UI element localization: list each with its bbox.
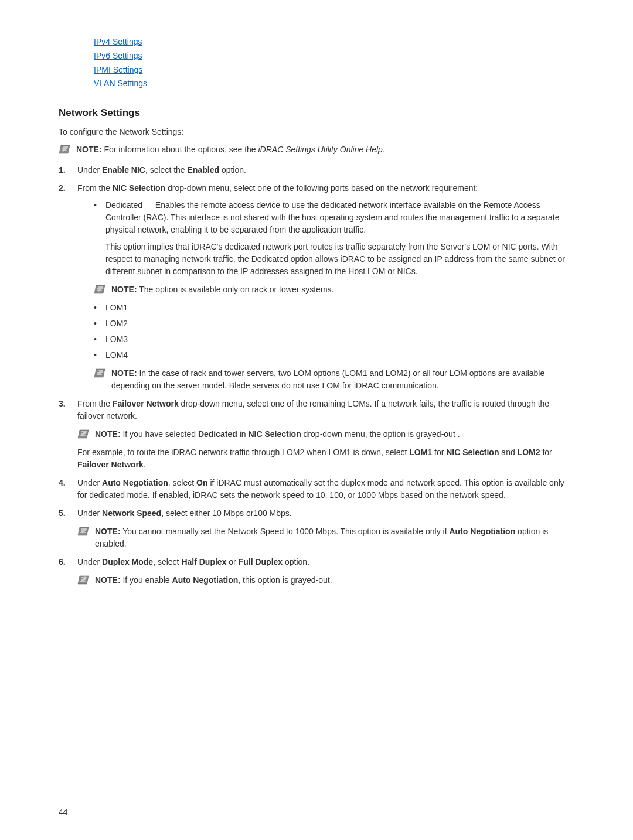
intro-text: To configure the Network Settings:: [59, 127, 574, 136]
bullet-lom4: LOM4: [94, 349, 574, 361]
link-ipv4[interactable]: IPv4 Settings: [94, 35, 574, 49]
note-icon: [77, 575, 89, 585]
note-italic: iDRAC Settings Utility Online Help: [258, 145, 383, 154]
step5-b1: Network Speed: [102, 508, 161, 518]
note2-text: In the case of rack and tower servers, t…: [111, 368, 544, 390]
dedicated-para: This option implies that iDRAC's dedicat…: [106, 241, 574, 278]
note-text-part1: For information about the options, see t…: [102, 145, 258, 154]
step4-t1: Under: [77, 478, 102, 487]
step4-b1: Auto Negotiation: [102, 478, 168, 487]
ex-b3: LOM2: [518, 448, 540, 457]
link-ipv6[interactable]: IPv6 Settings: [94, 49, 574, 63]
step-1: Under Enable NIC, select the Enabled opt…: [59, 164, 574, 176]
step1-bold2: Enabled: [188, 165, 219, 175]
bullet-lom1: LOM1: [94, 302, 574, 314]
step3-example: For example, to route the iDRAC network …: [77, 446, 574, 471]
section-heading: Network Settings: [59, 107, 574, 119]
step-6: Under Duplex Mode, select Half Duplex or…: [59, 556, 574, 586]
step5-note-b1: Auto Negotiation: [449, 527, 515, 536]
step6-note-label: NOTE:: [95, 575, 121, 585]
step1-text: Under: [77, 165, 102, 175]
step6-note-b1: Auto Negotiation: [172, 575, 239, 585]
step5-t2: , select either 10 Mbps or100 Mbps.: [161, 508, 292, 518]
step-4: Under Auto Negotiation, select On if iDR…: [59, 477, 574, 501]
note-icon: [77, 527, 89, 536]
step3-note-t3: drop-down menu, the option is grayed-out…: [301, 429, 460, 439]
note-icon: [94, 368, 106, 378]
step6-t1: Under: [77, 557, 102, 566]
step3-note-t2: in: [237, 429, 249, 439]
link-ipmi[interactable]: IPMI Settings: [94, 63, 574, 77]
ex-b4: Failover Network: [77, 460, 144, 469]
step-2: From the NIC Selection drop-down menu, s…: [59, 182, 574, 392]
page-number: 44: [59, 807, 68, 817]
step5-note-t1: You cannot manually set the Network Spee…: [121, 527, 450, 536]
note-icon: [59, 145, 70, 154]
step6-b1: Duplex Mode: [102, 557, 153, 566]
note-icon: [77, 429, 89, 439]
step3-note-t1: If you have selected: [121, 429, 198, 439]
bullet-dedicated: Dedicated — Enables the remote access de…: [94, 199, 574, 278]
note-dedicated-grayed: NOTE: If you have selected Dedicated in …: [77, 428, 574, 441]
note-lom-options: NOTE: In the case of rack and tower serv…: [77, 367, 574, 392]
step6-t4: option.: [283, 557, 309, 566]
step3-note-label: NOTE:: [95, 429, 121, 439]
step5-note-label: NOTE:: [95, 527, 121, 536]
note-label: NOTE:: [76, 145, 102, 154]
step3-note-b1: Dedicated: [198, 429, 237, 439]
step6-b2: Half Duplex: [181, 557, 226, 566]
step3-bold1: Failover Network: [113, 399, 179, 408]
ex-b2: NIC Selection: [446, 448, 499, 457]
note-auto-negotiation: NOTE: If you enable Auto Negotiation, th…: [77, 574, 574, 586]
step3-prefix: From the: [77, 399, 113, 408]
step4-b2: On: [196, 478, 207, 487]
step6-t2: , select: [153, 557, 181, 566]
ex-t1: For example, to route the iDRAC network …: [77, 448, 409, 457]
note1-label: NOTE:: [111, 285, 137, 294]
note1-text: The option is available only on rack or …: [137, 285, 334, 294]
note-rack-tower: NOTE: The option is available only on ra…: [77, 284, 574, 296]
step1-suffix: option.: [219, 165, 246, 175]
note-info-help: NOTE: For information about the options,…: [59, 144, 574, 156]
step6-note-t2: , this option is grayed-out.: [238, 575, 332, 585]
bullet-lom2: LOM2: [94, 317, 574, 330]
steps-list: Under Enable NIC, select the Enabled opt…: [59, 164, 574, 586]
note2-label: NOTE:: [111, 368, 137, 378]
step-5: Under Network Speed, select either 10 Mb…: [59, 507, 574, 550]
step2-prefix: From the: [77, 183, 113, 193]
bullet-lom3: LOM3: [94, 333, 574, 346]
ex-b1: LOM1: [409, 448, 432, 457]
note-icon: [94, 285, 106, 294]
note-network-speed: NOTE: You cannot manually set the Networ…: [77, 525, 574, 550]
step4-t2: , select: [168, 478, 196, 487]
step6-b3: Full Duplex: [239, 557, 283, 566]
link-vlan[interactable]: VLAN Settings: [94, 77, 574, 91]
step1-bold1: Enable NIC: [102, 165, 145, 175]
ex-t2: for: [432, 448, 446, 457]
bullet-dedicated-text: Dedicated — Enables the remote access de…: [106, 200, 560, 234]
step2-suffix: drop-down menu, select one of the follow…: [165, 183, 478, 193]
step-3: From the Failover Network drop-down menu…: [59, 398, 574, 471]
step2-bold1: NIC Selection: [113, 183, 165, 193]
note-suffix: .: [383, 145, 385, 154]
step1-mid: , select the: [145, 165, 188, 175]
ex-t5: .: [144, 460, 146, 469]
step3-note-b2: NIC Selection: [248, 429, 301, 439]
step6-t3: or: [226, 557, 238, 566]
ex-t4: for: [540, 448, 552, 457]
step6-note-t1: If you enable: [121, 575, 172, 585]
step5-t1: Under: [77, 508, 102, 518]
ex-t3: and: [499, 448, 517, 457]
related-links: IPv4 Settings IPv6 Settings IPMI Setting…: [59, 35, 574, 91]
